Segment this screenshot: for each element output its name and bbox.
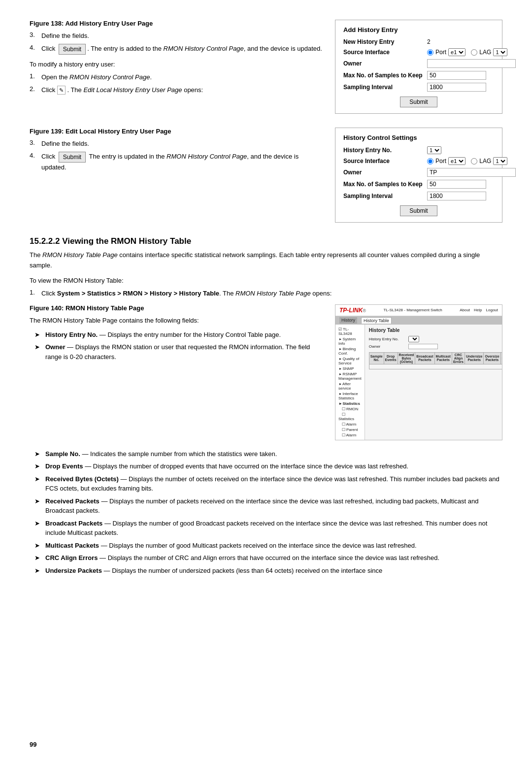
nav-about[interactable]: About (460, 308, 470, 312)
bullet-received-packets: ➤ Received Packets — Displays the number… (34, 496, 502, 516)
max-samples-input[interactable] (427, 71, 486, 80)
th-fragments: Fragments (500, 352, 502, 364)
owner-input[interactable] (427, 59, 516, 68)
sidebar-parent[interactable]: ☐ Parent (337, 427, 363, 432)
bullet-history-entry-no: ➤ History Entry No. — Displays the entry… (34, 330, 325, 340)
bullet-list-2: ➤ Sample No. — Indicates the sample numb… (34, 449, 502, 576)
history-control-panel: History Control Settings History Entry N… (335, 128, 502, 223)
label-sampling: Sampling Interval (343, 84, 427, 91)
page-number: 99 (30, 741, 36, 748)
step-4-add: 4. Click Submit. The entry is added to t… (30, 44, 325, 55)
tplink-tabs: History History Table (335, 316, 502, 325)
table-row-empty (369, 364, 502, 369)
tplink-screenshot: TP-LINK® TL-SL3428 - Management Switch A… (335, 304, 502, 440)
sidebar-rmon1[interactable]: ☐ RMON (337, 406, 363, 412)
label-source: Source Interface (343, 49, 427, 56)
fig139-right: History Control Settings History Entry N… (335, 128, 502, 228)
sidebar-qos[interactable]: ▸ Quality of Service (337, 356, 363, 366)
th-broadcast: Broadcast Packets (415, 352, 434, 364)
val-owner2 (427, 168, 516, 177)
tab-history[interactable]: History (339, 317, 357, 324)
sidebar-rsnmp[interactable]: ▸ RSNMP Management (337, 371, 363, 381)
sidebar-snmp[interactable]: ▸ SNMP (337, 366, 363, 371)
add-submit-btn[interactable]: Submit (400, 97, 437, 107)
sampling-input2[interactable] (427, 192, 486, 200)
italic-rmon-edit: RMON History Control Page (166, 153, 247, 160)
bullet-drop-events: ➤ Drop Events — Displays the number of d… (34, 461, 502, 471)
panel-row-owner2: Owner (343, 168, 494, 177)
fig139-left: Figure 139: Edit Local History Entry Use… (30, 128, 325, 228)
main-title: History Table (369, 328, 502, 333)
val-source2: Port e1 LAG 1 (427, 157, 507, 165)
italic-history-table: RMON History Table Page (42, 251, 118, 259)
lag-select2[interactable]: 1 (493, 157, 507, 165)
arrow-icon-6: ➤ (34, 496, 42, 516)
submit-edit-btn[interactable]: Submit (59, 152, 86, 163)
sidebar-alarm2[interactable]: ☐ Alarm (337, 432, 363, 438)
fig140-right: TP-LINK® TL-SL3428 - Management Switch A… (335, 304, 502, 440)
port-select[interactable]: e1 (448, 48, 466, 56)
panel-row-owner: Owner (343, 59, 494, 68)
val-sampling2 (427, 192, 494, 200)
label-sampling2: Sampling Interval (343, 193, 427, 199)
sidebar-system[interactable]: ▸ System Info (337, 336, 363, 346)
bullet-text-6: Received Packets — Displays the number o… (45, 496, 502, 516)
section-title: Viewing the RMON History Table (62, 236, 191, 246)
bullet-text-2: Owner — Displays the RMON station or use… (45, 342, 325, 362)
submit-inline-btn[interactable]: Submit (59, 44, 86, 55)
tab-history-table[interactable]: History Table (361, 317, 392, 324)
arrow-icon-7: ➤ (34, 519, 42, 538)
sidebar-iface-stats[interactable]: ▸ Interface Statistics (337, 391, 363, 401)
bullet-undersize: ➤ Undersize Packets — Displays the numbe… (34, 566, 502, 576)
step-4-edit: 4. Click Submit The entry is updated in … (30, 152, 325, 172)
bullet-list: ➤ History Entry No. — Displays the entry… (34, 330, 325, 362)
bullet-text-7: Broadcast Packets — Displays the number … (45, 519, 502, 538)
label-max-samples2: Max No. of Samples to Keep (343, 181, 427, 188)
radio-lag[interactable] (471, 49, 477, 56)
arrow-icon-2: ➤ (34, 342, 42, 362)
owner-input2[interactable] (427, 168, 516, 177)
sidebar-stats[interactable]: ▸ Statistics (337, 401, 363, 406)
panel-row-new-entry: New History Entry 2 (343, 38, 494, 45)
tplink-logo: TP-LINK® (339, 307, 366, 314)
sampling-input[interactable] (427, 83, 486, 92)
sidebar-binding[interactable]: ▸ Binding Conf. (337, 346, 363, 356)
nav-help[interactable]: Help (474, 308, 482, 312)
lag-select[interactable]: 1 (493, 48, 507, 56)
sidebar-statistics[interactable]: ☐ Statistics (337, 412, 363, 422)
bullet-label-4: Drop Events (45, 462, 83, 470)
step-2-modify: 2. Click ✎ . The Edit Local History Entr… (30, 85, 325, 95)
sidebar-alarm1[interactable]: ☐ Alarm (337, 422, 363, 427)
nav-logout[interactable]: Logout (486, 308, 498, 312)
arrow-icon-9: ➤ (34, 553, 42, 563)
view-step: 1. Click System > Statistics > RMON > Hi… (30, 289, 502, 298)
step-num: 3. (30, 31, 38, 41)
sidebar-tl[interactable]: ☑ TL-SL3428 (337, 327, 363, 336)
max-samples-input2[interactable] (427, 180, 486, 189)
bullet-sample-no: ➤ Sample No. — Indicates the sample numb… (34, 449, 502, 459)
entry-no-select[interactable]: 1 (427, 146, 441, 154)
th-multicast: Multicast Packets (434, 352, 452, 364)
radio-port2[interactable] (427, 158, 433, 165)
section-intro: The RMON History Table Page contains int… (30, 250, 502, 271)
port-select2[interactable]: e1 (448, 157, 466, 165)
history-submit-btn[interactable]: Submit (400, 205, 437, 216)
step-num-1m: 1. (30, 72, 38, 82)
sidebar-after[interactable]: ▸ After service (337, 381, 363, 391)
form-owner-input[interactable] (408, 344, 438, 349)
step-text-4: Click Submit. The entry is added to the … (41, 44, 325, 55)
section-heading: 15.2.2.2 Viewing the RMON History Table (30, 236, 502, 246)
table-page-intro: The RMON History Table Page contains the… (30, 316, 325, 326)
italic-rmon: RMON History Control Page (164, 45, 244, 52)
step-text-4e: Click Submit The entry is updated in the… (41, 152, 325, 172)
val-source: Port e1 LAG 1 (427, 48, 507, 56)
tplink-main: History Table History Entry No. Owner Sa… (365, 325, 502, 440)
bullet-label-9: CRC Align Errors (45, 554, 98, 561)
view-step-text: Click System > Statistics > RMON > Histo… (41, 289, 502, 298)
section-number: 15.2.2.2 (30, 236, 60, 246)
radio-port[interactable] (427, 49, 433, 56)
edit-icon[interactable]: ✎ (57, 86, 66, 95)
radio-lag2[interactable] (471, 158, 477, 165)
step-num-4e: 4. (30, 152, 38, 172)
form-entry-select[interactable] (408, 336, 419, 342)
